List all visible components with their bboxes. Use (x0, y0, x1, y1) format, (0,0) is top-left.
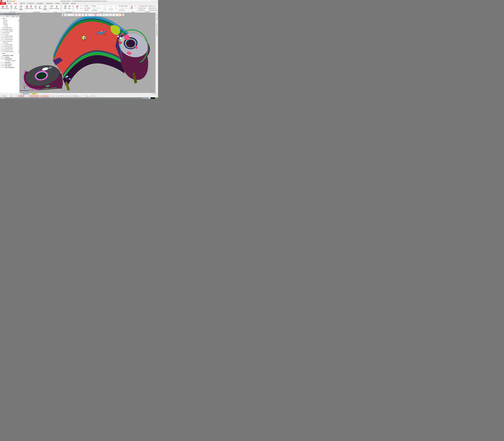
expand-toggle[interactable]: + (0, 41, 2, 42)
expand-toggle[interactable]: + (0, 63, 2, 65)
expand-toggle[interactable]: + (0, 57, 2, 58)
coordinate-visibility-toggle[interactable] (44, 95, 46, 97)
paint-brush-select-tool[interactable]: ▾ (111, 14, 113, 16)
select-edge-filter[interactable] (70, 95, 72, 97)
sketch-wizard[interactable] (60, 7, 62, 9)
quick-access-more-dropdown[interactable]: ▾ (15, 0, 16, 2)
expand-toggle[interactable]: + (0, 34, 2, 35)
surface-sweep[interactable]: Sweep (38, 5, 42, 11)
properties-tab[interactable]: Properties (156, 14, 158, 21)
boolean[interactable]: Boolean (79, 5, 84, 11)
ref-point[interactable] (72, 5, 74, 7)
rotate-view-ccw[interactable]: ▾ (77, 14, 79, 16)
save-icon[interactable] (7, 0, 9, 2)
circular-pattern[interactable] (134, 5, 137, 7)
cut[interactable]: Cut (75, 5, 79, 11)
import-folder-icon[interactable] (9, 0, 11, 2)
region-visibility-toggle[interactable] (20, 95, 22, 97)
combo-dropdown-caret[interactable]: ▼ (9, 96, 10, 96)
feature-tree-scrollbar[interactable]: ▲ ▼ (18, 20, 19, 52)
body-display-mode[interactable]: ▾ (65, 14, 68, 16)
tab-points[interactable]: POINTS (54, 2, 61, 5)
fill-face[interactable]: Fill Face (118, 9, 129, 11)
line-select-tool[interactable]: ▾ (91, 14, 94, 16)
measure-diameter-tool[interactable] (93, 95, 95, 97)
select-solid-face-filter[interactable] (65, 95, 67, 97)
select-solid-vertex-filter[interactable] (72, 95, 74, 97)
expand-toggle[interactable]: + (0, 29, 2, 30)
help-tab[interactable]: Help (10, 15, 15, 17)
close-button[interactable]: ✕ (156, 0, 157, 2)
tab-sketch[interactable]: SKETCH (19, 2, 26, 5)
surface-loft[interactable]: Loft (33, 5, 38, 11)
panel-close-icon[interactable]: ✕ (18, 14, 19, 15)
circle-select-tool[interactable]: ▾ (97, 14, 100, 16)
scroll-down-icon[interactable]: ▼ (18, 51, 19, 52)
delete-face[interactable]: Delete Face (148, 7, 158, 9)
split-face[interactable]: Split Face (138, 9, 148, 11)
solid-bodies[interactable]: − Solid Bodies (0, 58, 19, 60)
new-document-icon[interactable] (2, 0, 4, 2)
select-vertex-filter[interactable] (58, 95, 60, 97)
rectangle-select-tool[interactable]: ▾ (94, 14, 97, 16)
measure-deviation-tool[interactable] (96, 95, 98, 97)
ref-planes[interactable]: + Ref. Planes (0, 65, 19, 67)
right[interactable]: Right (0, 23, 18, 25)
surface-offset[interactable]: Surface Offset (118, 5, 129, 7)
prev-tab-arrow[interactable]: ◁ (20, 93, 21, 95)
extrude4-cut[interactable]: + Extrude4 (Cut) (0, 49, 18, 51)
view-orientation-box[interactable]: ▾ (73, 14, 76, 16)
tab-model[interactable]: MODEL (12, 2, 19, 5)
draft[interactable]: Draft (84, 9, 91, 11)
surface-primitive[interactable]: Surface Primitive (42, 5, 48, 11)
measure-distance-tool[interactable] (86, 95, 88, 97)
select-region-filter[interactable] (53, 95, 55, 97)
expand-toggle[interactable]: + (0, 44, 2, 45)
close-view-icon[interactable]: ✕ (152, 93, 153, 95)
select-face-filter[interactable] (55, 95, 57, 97)
ref-vectors[interactable]: + Ref. Vectors (0, 63, 19, 65)
thicken-surface[interactable]: Thicken Surface (91, 7, 102, 9)
dropdown-caret[interactable]: ▾ (71, 15, 72, 16)
minimize-button[interactable]: — (152, 0, 153, 2)
fillet[interactable]: Fillet (84, 5, 91, 7)
expand-toggle[interactable]: + (0, 30, 2, 32)
tree-tab[interactable]: Tree (0, 15, 5, 17)
expand-toggle[interactable]: + (0, 35, 2, 37)
sketch4-mesh[interactable]: + Sketch4 (Mesh) (0, 44, 18, 46)
transform-body[interactable]: Transform Body (138, 5, 148, 7)
expand-toggle[interactable]: + (0, 32, 2, 33)
delete-body[interactable]: Delete Body (138, 7, 148, 9)
reverse-normal[interactable]: Reverse Normal (118, 7, 129, 9)
view-list-dropdown[interactable]: ▼ (156, 93, 157, 95)
replace-face[interactable]: Replace Face (148, 9, 158, 11)
select-mesh-filter[interactable] (50, 95, 53, 97)
visibility-checkbox[interactable] (2, 65, 3, 66)
auto-surfacing-wizard[interactable] (60, 5, 62, 7)
sketch3-mesh[interactable]: + Sketch3 (Mesh) (0, 39, 18, 40)
lasso-select-tool[interactable]: ▾ (104, 14, 107, 16)
plane1[interactable]: Plane1 (0, 42, 18, 44)
ref-coordinate[interactable] (72, 9, 74, 11)
dropdown-caret[interactable]: ▾ (68, 15, 69, 16)
paste-tool[interactable] (82, 95, 85, 97)
expand-toggle[interactable]: + (0, 51, 2, 52)
point-display-combo[interactable]: Auto ▼ (4, 95, 10, 97)
origin[interactable]: Origin (0, 25, 18, 27)
plane-visibility-toggle[interactable] (39, 95, 42, 97)
selection-box[interactable] (2, 55, 3, 56)
bracket-scan[interactable]: Bracket Scan (0, 27, 18, 28)
maximize-button[interactable]: □ (154, 0, 155, 2)
timer-dropdown[interactable]: ▼ (149, 97, 150, 99)
move-face[interactable]: Move Face (148, 5, 158, 7)
goto-view-button[interactable]: ► (153, 93, 155, 95)
open-document-icon[interactable] (5, 0, 6, 2)
measure-angle-tool[interactable] (88, 95, 91, 97)
visibility-checkbox[interactable] (2, 58, 3, 60)
revolve[interactable]: Revolve (5, 5, 9, 11)
smart-lasso-select-tool[interactable]: ▾ (108, 14, 110, 16)
tab-alignment[interactable]: ALIGNMENT (35, 2, 45, 5)
status-ok-indicator[interactable] (155, 97, 157, 99)
tab-polygons[interactable]: POLYGONS (61, 2, 70, 5)
top[interactable]: Top (0, 21, 18, 23)
